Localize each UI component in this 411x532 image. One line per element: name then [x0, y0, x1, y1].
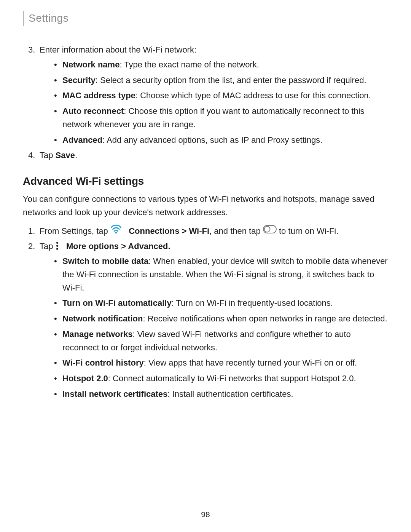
ordered-step-4: 4. Tap Save.	[23, 149, 388, 162]
wifi-icon	[110, 224, 122, 238]
list-item: MAC address type: Choose which type of M…	[54, 89, 388, 102]
item-desc: : Type the exact name of the network.	[119, 60, 259, 69]
list-item: Network name: Type the exact name of the…	[54, 58, 388, 72]
item-desc: : Add any advanced options, such as IP a…	[102, 135, 322, 145]
text-prefix: Tap	[40, 150, 56, 160]
text-pre: From Settings, tap	[40, 226, 110, 236]
list-item: Turn on Wi-Fi automatically: Turn on Wi-…	[54, 297, 388, 310]
svg-point-0	[115, 232, 117, 233]
item-label: Advanced	[62, 135, 102, 145]
item-desc: : Choose which type of MAC address to us…	[135, 91, 371, 100]
list-item: Install network certificates: Install au…	[54, 388, 388, 401]
step-number: 2.	[28, 240, 40, 253]
item-label: Turn on Wi-Fi automatically	[62, 298, 172, 308]
list-item: Auto reconnect: Choose this option if yo…	[54, 105, 388, 131]
page-number: 98	[0, 510, 411, 519]
ordered-step-1: 1. From Settings, tap Connections > Wi-F…	[23, 225, 388, 239]
text-bold: Save	[56, 150, 75, 160]
item-label: Hotspot 2.0	[62, 374, 108, 383]
document-page: Settings 3. Enter information about the …	[0, 0, 411, 532]
item-desc: : View apps that have recently turned yo…	[144, 358, 357, 367]
toggle-off-icon	[263, 224, 277, 238]
ordered-step-2: 2. Tap More options > Advanced.	[23, 240, 388, 253]
step3-bullets: Network name: Type the exact name of the…	[23, 58, 388, 147]
item-label: Install network certificates	[62, 389, 167, 399]
item-desc: : Receive notifications when open networ…	[143, 314, 387, 323]
list-item: Security: Select a security option from …	[54, 74, 388, 87]
item-desc: : Install authentication certificates.	[167, 389, 293, 399]
page-content: 3. Enter information about the Wi-Fi net…	[23, 43, 388, 401]
step2-bullets: Switch to mobile data: When enabled, you…	[23, 255, 388, 401]
text-pre: Tap	[40, 241, 56, 251]
item-desc: : Connect automatically to Wi-Fi network…	[108, 374, 356, 383]
list-item: Switch to mobile data: When enabled, you…	[54, 255, 388, 294]
text-bold: More options > Advanced.	[66, 241, 170, 251]
step-number: 1.	[28, 225, 40, 239]
step-text: Tap More options > Advanced.	[40, 240, 170, 253]
item-desc: : Select a security option from the list…	[96, 75, 366, 85]
item-label: Security	[62, 75, 96, 85]
list-item: Hotspot 2.0: Connect automatically to Wi…	[54, 372, 388, 385]
text-post: to turn on Wi-Fi.	[279, 226, 338, 236]
item-label: Switch to mobile data	[62, 256, 148, 266]
ordered-step-3: 3. Enter information about the Wi-Fi net…	[23, 43, 388, 57]
list-item: Manage networks: View saved Wi-Fi networ…	[54, 328, 388, 355]
intro-paragraph: You can configure connections to various…	[23, 193, 388, 219]
header-rule	[23, 11, 24, 26]
list-item: Network notification: Receive notificati…	[54, 312, 388, 326]
list-item: Advanced: Add any advanced options, such…	[54, 134, 388, 147]
step-number: 3.	[28, 43, 40, 57]
step-number: 4.	[28, 149, 40, 162]
item-label: Network name	[62, 60, 119, 69]
page-header: Settings	[23, 11, 388, 26]
list-item: Wi-Fi control history: View apps that ha…	[54, 356, 388, 370]
section-title: Settings	[29, 12, 68, 24]
subsection-heading: Advanced Wi-Fi settings	[23, 173, 388, 190]
text-bold: Connections > Wi-Fi	[129, 226, 209, 236]
item-label: Auto reconnect	[62, 106, 124, 116]
step-text: Tap Save.	[40, 149, 77, 162]
item-label: Network notification	[62, 314, 143, 323]
step-text: Enter information about the Wi-Fi networ…	[40, 43, 196, 57]
item-label: Manage networks	[62, 329, 133, 339]
item-label: MAC address type	[62, 91, 135, 100]
text-suffix: .	[75, 150, 77, 160]
more-options-icon	[56, 242, 59, 250]
item-desc: : Turn on Wi-Fi in frequently-used locat…	[172, 298, 333, 308]
text-mid: , and then tap	[209, 226, 263, 236]
item-label: Wi-Fi control history	[62, 358, 144, 367]
step-text: From Settings, tap Connections > Wi-Fi, …	[40, 225, 338, 239]
svg-point-2	[264, 226, 270, 232]
